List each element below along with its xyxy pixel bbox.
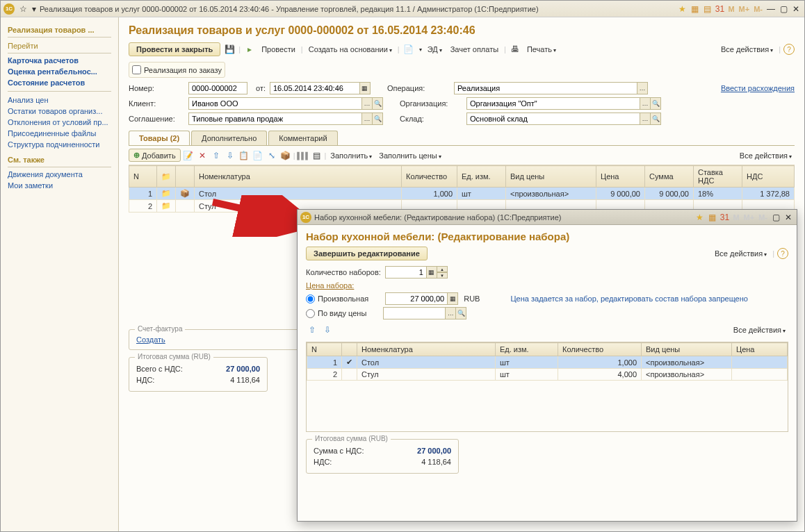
qty-down-icon[interactable]: ▼	[437, 272, 448, 279]
create-based-button[interactable]: Создать на основании▾	[306, 44, 395, 55]
discrepancy-link[interactable]: Ввести расхождения	[721, 84, 795, 92]
col-unit[interactable]: Ед. изм.	[457, 166, 506, 188]
dialog-help-icon[interactable]: ?	[777, 248, 788, 259]
save-icon[interactable]: 💾	[223, 43, 236, 56]
print-icon[interactable]: 🖶	[509, 43, 521, 56]
qty-input[interactable]	[385, 266, 427, 279]
offset-button[interactable]: Зачет оплаты	[448, 44, 501, 55]
post-icon[interactable]: ▸	[243, 43, 256, 56]
dialog-restore-icon[interactable]: ▢	[770, 212, 781, 223]
tb-barcode-icon[interactable]: ∥∥∥	[296, 149, 309, 162]
doc-icon[interactable]: 📄	[402, 43, 415, 56]
mem-mplus[interactable]: M+	[738, 5, 751, 13]
qty-up-icon[interactable]: ▲	[437, 266, 448, 272]
sidebar-item[interactable]: Анализ цен	[8, 94, 111, 106]
minimize-icon[interactable]: —	[765, 3, 776, 15]
dcol-name[interactable]: Номенклатура	[357, 343, 496, 356]
sidebar-item[interactable]: Мои заметки	[8, 180, 111, 191]
org-select-icon[interactable]: …	[640, 97, 651, 110]
mem-mminus[interactable]: M-	[752, 5, 764, 13]
col-price[interactable]: Цена	[596, 166, 645, 188]
sidebar-item[interactable]: Оценка рентабельнос...	[8, 66, 111, 77]
operation-select-icon[interactable]: …	[637, 82, 648, 94]
dialog-all-actions[interactable]: Все действия▾	[712, 248, 770, 259]
qty-calc-icon[interactable]: ▦	[426, 266, 437, 279]
tb-list-icon[interactable]: ▤	[310, 149, 323, 162]
sidebar-item[interactable]: Движения документа	[8, 169, 111, 180]
order-checkbox-row[interactable]: Реализация по заказу	[129, 62, 225, 78]
col-icon2[interactable]	[176, 166, 195, 188]
tb-expand-icon[interactable]: ⤡	[266, 149, 278, 162]
calc-icon[interactable]: ▤	[701, 3, 713, 15]
bytype-radio[interactable]	[306, 309, 315, 318]
sidebar-item[interactable]: Состояние расчетов	[8, 77, 111, 88]
finish-edit-button[interactable]: Завершить редактирование	[306, 247, 428, 260]
fav-icon[interactable]: ★	[676, 3, 688, 15]
pricetype-input[interactable]	[383, 307, 446, 319]
dialog-table[interactable]: N Номенклатура Ед. изм. Количество Вид ц…	[307, 342, 788, 381]
sidebar-item[interactable]: Структура подчиненности	[8, 139, 111, 150]
maximize-icon[interactable]: ▢	[778, 3, 789, 15]
dcol-type[interactable]: Вид цены	[642, 343, 732, 356]
col-pricetype[interactable]: Вид цены	[506, 166, 596, 188]
mem-m[interactable]: M	[726, 5, 735, 13]
post-button[interactable]: Провести	[259, 44, 298, 55]
pricetype-select-icon[interactable]: …	[445, 307, 456, 319]
tab-comment[interactable]: Комментарий	[268, 131, 337, 145]
add-button[interactable]: ⊕Добавить	[129, 149, 181, 162]
invoice-create-link[interactable]: Создать	[136, 335, 165, 344]
order-checkbox[interactable]	[132, 65, 141, 74]
dialog-table-all-actions[interactable]: Все действия▾	[731, 324, 788, 335]
fill-button[interactable]: Заполнить▾	[327, 150, 375, 161]
tb-delete-icon[interactable]: ✕	[196, 149, 209, 162]
agreement-search-icon[interactable]: 🔍	[372, 113, 383, 125]
operation-input[interactable]	[454, 82, 637, 94]
sidebar-item[interactable]: Остатки товаров организ...	[8, 106, 111, 117]
dialog-close-icon[interactable]: ✕	[783, 212, 794, 223]
dialog-down-icon[interactable]: ⇩	[321, 324, 334, 336]
help-icon[interactable]: ?	[783, 44, 795, 55]
sidebar-item[interactable]: Присоединенные файлы	[8, 128, 111, 139]
tab-goods[interactable]: Товары (2)	[129, 131, 190, 145]
dialog-up-icon[interactable]: ⇧	[306, 324, 318, 336]
number-input[interactable]	[188, 82, 247, 94]
warehouse-input[interactable]	[466, 113, 640, 125]
dialog-table-row[interactable]: 2 Стул шт 4,000 <произвольная>	[307, 369, 788, 381]
down-icon[interactable]: ▾	[29, 3, 40, 15]
agreement-select-icon[interactable]: …	[361, 113, 373, 125]
warehouse-search-icon[interactable]: 🔍	[650, 113, 661, 125]
org-search-icon[interactable]: 🔍	[650, 97, 661, 110]
agreement-input[interactable]	[188, 113, 362, 125]
calendar-icon[interactable]: 31	[714, 3, 725, 15]
all-actions-button[interactable]: Все действия▾	[718, 44, 776, 55]
price-input[interactable]	[385, 292, 448, 305]
client-input[interactable]	[188, 97, 362, 110]
tb-paste-icon[interactable]: 📄	[252, 149, 264, 162]
dialog-cal-icon[interactable]: 31	[719, 212, 730, 223]
fill-prices-button[interactable]: Заполнить цены▾	[376, 150, 444, 161]
col-name[interactable]: Номенклатура	[195, 166, 402, 188]
sidebar-item[interactable]: Карточка расчетов	[8, 55, 111, 66]
table-all-actions[interactable]: Все действия▾	[737, 150, 795, 161]
post-close-button[interactable]: Провести и закрыть	[129, 42, 220, 56]
client-select-icon[interactable]: …	[361, 97, 373, 110]
dcol-unit[interactable]: Ед. изм.	[496, 343, 558, 356]
ed-button[interactable]: ЭД▾	[425, 44, 445, 55]
col-vatrate[interactable]: Ставка НДС	[694, 166, 742, 188]
arbitrary-radio[interactable]	[306, 294, 315, 304]
close-icon[interactable]: ✕	[790, 3, 802, 15]
table-row[interactable]: 1📁📦 Стол 1,000 шт <произвольная> 9 000,0…	[129, 188, 795, 200]
tab-additional[interactable]: Дополнительно	[191, 131, 267, 145]
dcol-qty[interactable]: Количество	[558, 343, 642, 356]
tb-up-icon[interactable]: ⇧	[210, 149, 222, 162]
col-n[interactable]: N	[129, 166, 157, 188]
sidebar-item[interactable]: Отклонения от условий пр...	[8, 117, 111, 128]
col-vat[interactable]: НДС	[742, 166, 795, 188]
dcol-price[interactable]: Цена	[732, 343, 788, 356]
price-calc-icon[interactable]: ▦	[447, 292, 458, 305]
warehouse-select-icon[interactable]: …	[640, 113, 651, 125]
col-icon1[interactable]: 📁	[157, 166, 176, 188]
dcol-check[interactable]	[342, 343, 357, 356]
tb-box-icon[interactable]: 📦	[279, 149, 292, 162]
col-qty[interactable]: Количество	[402, 166, 457, 188]
